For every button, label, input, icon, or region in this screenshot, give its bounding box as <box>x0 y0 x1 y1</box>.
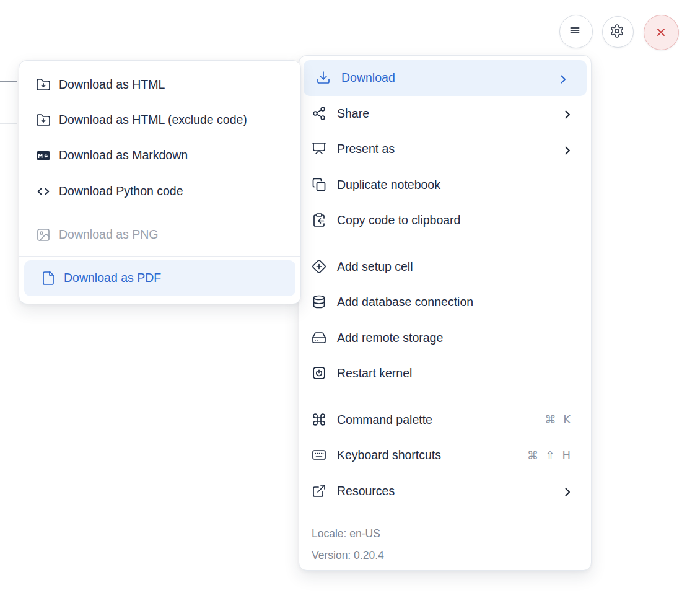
menu-item-command-palette[interactable]: Command palette ⌘ K <box>299 402 591 438</box>
download-submenu: Download as HTML Download as HTML (exclu… <box>19 60 301 304</box>
menu-separator <box>19 256 300 257</box>
chevron-right-icon <box>560 485 572 497</box>
menu-item-label: Add setup cell <box>337 261 572 273</box>
menu-item-label: Add remote storage <box>337 332 572 345</box>
background-line <box>0 81 17 82</box>
menu-item-download-as-pdf[interactable]: Download as PDF <box>24 260 295 296</box>
menu-item-label: Copy code to clipboard <box>337 214 572 227</box>
notebook-menu-button[interactable] <box>559 15 593 48</box>
presentation-icon <box>312 141 327 157</box>
shortcut-hint: ⌘ ⇧ H <box>527 450 572 461</box>
menu-item-download-as-png: Download as PNG <box>19 217 300 252</box>
folder-down-icon <box>36 113 51 128</box>
menu-item-label: Share <box>337 108 550 120</box>
menu-item-duplicate-notebook[interactable]: Duplicate notebook <box>299 167 591 203</box>
background-line <box>0 123 17 124</box>
menu-item-download-python-code[interactable]: Download Python code <box>19 174 300 209</box>
menu-separator <box>19 213 300 213</box>
menu-separator <box>299 397 591 397</box>
menu-item-download-as-html-exclude-code[interactable]: Download as HTML (exclude code) <box>19 102 300 138</box>
code-icon <box>36 184 51 199</box>
menu-item-label: Download <box>341 72 546 84</box>
shortcut-hint: ⌘ K <box>545 414 572 425</box>
file-icon <box>41 271 56 286</box>
menu-separator <box>299 244 591 244</box>
version-text: Version: 0.20.4 <box>312 545 591 566</box>
power-icon <box>312 366 327 381</box>
markdown-icon <box>36 148 51 163</box>
menu-separator <box>299 514 591 514</box>
folder-down-icon <box>36 77 51 92</box>
menu-item-download[interactable]: Download <box>304 60 587 96</box>
keyboard-icon <box>312 447 327 463</box>
menu-item-download-as-markdown[interactable]: Download as Markdown <box>19 138 300 174</box>
close-icon <box>654 25 670 41</box>
menu-item-share[interactable]: Share <box>299 96 591 132</box>
download-icon <box>316 70 331 86</box>
hard-drive-icon <box>312 330 327 346</box>
copy-icon <box>312 177 327 193</box>
locale-text: Locale: en-US <box>312 523 591 545</box>
menu-item-label: Duplicate notebook <box>337 179 572 191</box>
menu-item-copy-code-to-clipboard[interactable]: Copy code to clipboard <box>299 203 591 239</box>
menu-item-label: Download as PDF <box>64 272 286 284</box>
share-icon <box>312 106 327 121</box>
close-button[interactable] <box>644 15 679 50</box>
chevron-right-icon <box>556 72 568 84</box>
clipboard-copy-icon <box>312 213 327 228</box>
external-link-icon <box>312 483 327 499</box>
menu-item-keyboard-shortcuts[interactable]: Keyboard shortcuts ⌘ ⇧ H <box>299 437 591 473</box>
menu-item-label: Download as HTML <box>59 79 291 91</box>
menu-item-label: Download as HTML (exclude code) <box>59 114 291 126</box>
menu-footer: Locale: en-US Version: 0.20.4 <box>299 519 591 568</box>
menu-item-label: Add database connection <box>337 296 572 309</box>
gear-icon <box>610 24 626 40</box>
settings-button[interactable] <box>602 16 634 48</box>
notebook-actions-menu: Download Share Present as Duplicate note… <box>299 55 592 571</box>
menu-item-present-as[interactable]: Present as <box>299 131 591 167</box>
menu-item-add-remote-storage[interactable]: Add remote storage <box>299 320 591 356</box>
database-icon <box>312 294 327 310</box>
diamond-plus-icon <box>312 259 327 275</box>
menu-item-download-as-html[interactable]: Download as HTML <box>19 67 300 102</box>
menu-item-add-database-connection[interactable]: Add database connection <box>299 284 591 320</box>
menu-item-label: Download Python code <box>59 185 291 198</box>
image-icon <box>36 227 51 242</box>
chevron-right-icon <box>560 143 572 156</box>
menu-item-label: Download as Markdown <box>59 149 291 162</box>
menu-item-resources[interactable]: Resources <box>299 473 591 509</box>
menu-item-label: Keyboard shortcuts <box>337 449 517 462</box>
menu-item-add-setup-cell[interactable]: Add setup cell <box>299 249 591 285</box>
chevron-right-icon <box>560 107 572 120</box>
menu-item-restart-kernel[interactable]: Restart kernel <box>299 356 591 392</box>
command-icon <box>312 412 327 428</box>
menu-item-label: Restart kernel <box>337 367 572 380</box>
menu-item-label: Present as <box>337 143 550 156</box>
hamburger-icon <box>567 23 585 40</box>
menu-item-label: Resources <box>337 485 550 498</box>
menu-item-label: Download as PNG <box>59 229 291 241</box>
menu-item-label: Command palette <box>337 414 535 426</box>
